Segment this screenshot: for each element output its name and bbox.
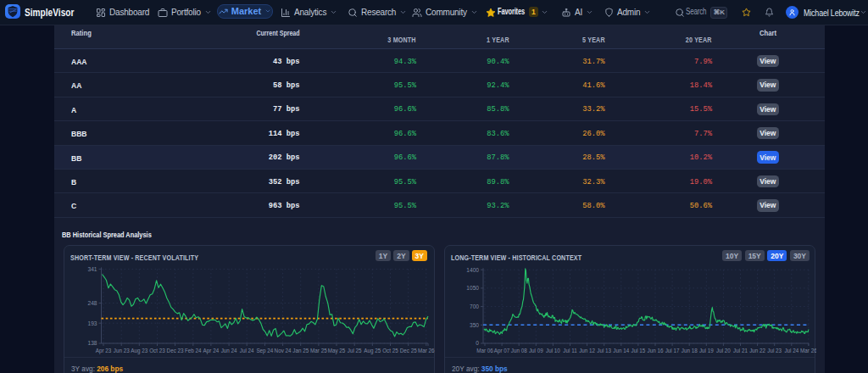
svg-text:Jun 16: Jun 16 (648, 348, 664, 354)
svg-text:Jul 21: Jul 21 (733, 348, 748, 354)
svg-text:Mar 25: Mar 25 (310, 348, 327, 354)
svg-text:Sep 24: Sep 24 (256, 348, 273, 354)
svg-text:Jul 13: Jul 13 (597, 348, 611, 354)
svg-text:Jul 19: Jul 19 (699, 348, 714, 354)
svg-text:Jul 09: Jul 09 (529, 348, 543, 354)
svg-text:Jun 24: Jun 24 (220, 348, 236, 354)
svg-text:Mar 26: Mar 26 (800, 348, 816, 354)
svg-text:Jul 23: Jul 23 (767, 348, 782, 354)
svg-text:Feb 24: Feb 24 (184, 348, 201, 354)
svg-text:Jul 20: Jul 20 (716, 348, 731, 354)
svg-text:Jun 23: Jun 23 (113, 348, 129, 354)
svg-text:Jan 25: Jan 25 (292, 348, 309, 354)
svg-text:Jun 22: Jun 22 (749, 348, 765, 354)
svg-text:138: 138 (87, 341, 97, 347)
svg-text:Aug 23: Aug 23 (131, 348, 147, 354)
svg-text:Jul 17: Jul 17 (665, 348, 680, 354)
svg-text:248: 248 (87, 300, 97, 306)
svg-text:341: 341 (87, 266, 97, 272)
svg-text:Jul 11: Jul 11 (563, 348, 577, 354)
svg-text:May 25: May 25 (327, 348, 345, 354)
svg-text:Jul 15: Jul 15 (631, 348, 645, 354)
svg-text:Oct 25: Oct 25 (382, 348, 398, 354)
svg-text:Apr 23: Apr 23 (95, 348, 111, 354)
svg-text:Oct 23: Oct 23 (149, 348, 165, 354)
svg-text:Jul 24: Jul 24 (239, 348, 253, 354)
svg-text:Aug 25: Aug 25 (364, 348, 381, 354)
svg-text:Apr 07: Apr 07 (494, 348, 510, 354)
svg-text:0: 0 (476, 341, 479, 347)
svg-text:Jul 24: Jul 24 (784, 348, 798, 354)
svg-text:Jun 18: Jun 18 (682, 348, 698, 354)
svg-text:Jul 25: Jul 25 (347, 348, 361, 354)
svg-text:Jun 14: Jun 14 (613, 348, 629, 354)
svg-text:Jul 10: Jul 10 (546, 348, 560, 354)
svg-text:Jun 08: Jun 08 (511, 348, 527, 354)
svg-text:1400: 1400 (466, 267, 479, 273)
svg-text:Jun 12: Jun 12 (579, 348, 595, 354)
svg-text:Mar 26: Mar 26 (417, 348, 434, 354)
svg-text:Dec 23: Dec 23 (166, 348, 183, 354)
svg-text:350: 350 (470, 322, 479, 328)
svg-text:1050: 1050 (466, 286, 479, 292)
svg-text:700: 700 (470, 303, 479, 309)
svg-text:193: 193 (87, 320, 97, 326)
svg-text:Apr 24: Apr 24 (203, 348, 219, 354)
svg-text:Mar 06: Mar 06 (476, 348, 493, 354)
svg-text:Nov 24: Nov 24 (274, 348, 291, 354)
svg-text:Dec 25: Dec 25 (399, 348, 416, 354)
